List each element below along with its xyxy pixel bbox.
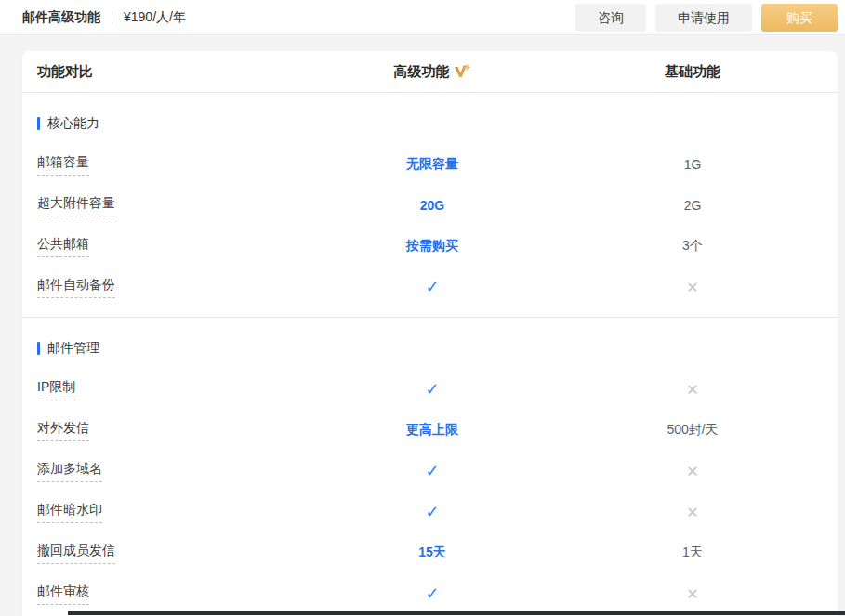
feature-label[interactable]: 邮件自动备份 <box>37 277 115 298</box>
feature-label[interactable]: 超大附件容量 <box>37 195 115 216</box>
premium-value[interactable]: 15天 <box>418 544 446 559</box>
cross-icon: ✕ <box>686 280 698 295</box>
table-row: 邮件自动备份 ✓ ✕ <box>22 267 838 308</box>
price-text: ¥190/人/年 <box>124 9 186 26</box>
feature-label[interactable]: 对外发信 <box>37 420 89 441</box>
table-row: 超大附件容量 20G 2G <box>22 185 838 226</box>
premium-column-header: 高级功能 <box>302 63 562 81</box>
section-title: 邮件管理 <box>47 340 99 357</box>
check-icon: ✓ <box>425 462 439 480</box>
section-header: 邮件管理 <box>22 328 838 369</box>
check-icon: ✓ <box>425 278 439 296</box>
sparkle-icon <box>454 63 471 79</box>
table-header-row: 功能对比 高级功能 基础功能 <box>22 51 838 93</box>
basic-value: 3个 <box>682 238 703 253</box>
cross-icon: ✕ <box>686 464 698 479</box>
buy-button[interactable]: 购买 <box>761 4 838 32</box>
feature-comparison-card: 功能对比 高级功能 基础功能 核心能 <box>22 51 838 616</box>
section-core-capabilities: 核心能力 邮箱容量 无限容量 1G 超大附件容量 20G 2G 公共邮箱 按需购… <box>22 93 838 317</box>
window-edge-artifact <box>68 611 845 615</box>
check-icon: ✓ <box>425 380 439 399</box>
section-marker-bar <box>37 117 40 130</box>
basic-column-header: 基础功能 <box>562 63 823 81</box>
table-row: 邮件暗水印 ✓ ✕ <box>22 491 838 532</box>
premium-value[interactable]: 更高上限 <box>406 422 458 437</box>
page-title: 邮件高级功能 <box>22 9 100 26</box>
basic-value: 2G <box>684 198 702 213</box>
feature-label[interactable]: 邮件暗水印 <box>37 502 102 523</box>
page-header: 邮件高级功能 ¥190/人/年 咨询 申请使用 购买 <box>0 0 845 35</box>
section-marker-bar <box>37 342 40 355</box>
feature-column-header: 功能对比 <box>37 63 302 81</box>
check-icon: ✓ <box>425 503 439 521</box>
premium-value[interactable]: 20G <box>420 198 444 213</box>
title-divider <box>112 11 112 24</box>
table-row: 对外发信 更高上限 500封/天 <box>22 410 838 451</box>
table-row: 撤回成员发信 15天 1天 <box>22 532 838 573</box>
feature-label[interactable]: 公共邮箱 <box>37 236 89 257</box>
table-row: 邮件审核 ✓ ✕ <box>22 573 838 614</box>
basic-value: 1天 <box>682 544 703 559</box>
consult-button[interactable]: 咨询 <box>575 4 646 32</box>
premium-value[interactable]: 无限容量 <box>406 156 458 171</box>
table-row: IP限制 ✓ ✕ <box>22 369 838 410</box>
basic-value: 1G <box>684 157 702 172</box>
section-header: 核心能力 <box>22 103 838 144</box>
apply-button[interactable]: 申请使用 <box>655 4 752 32</box>
feature-label[interactable]: 邮箱容量 <box>37 154 89 176</box>
section-mail-management: 邮件管理 IP限制 ✓ ✕ 对外发信 更高上限 500封/天 添加多域名 ✓ ✕… <box>22 317 838 616</box>
table-row: 邮箱容量 无限容量 1G <box>22 144 838 185</box>
premium-value[interactable]: 按需购买 <box>406 238 458 253</box>
table-row: 公共邮箱 按需购买 3个 <box>22 226 838 267</box>
feature-label[interactable]: 撤回成员发信 <box>37 543 115 564</box>
header-actions: 咨询 申请使用 购买 <box>575 4 838 32</box>
section-title: 核心能力 <box>47 115 99 132</box>
premium-column-label: 高级功能 <box>394 63 450 81</box>
feature-label[interactable]: IP限制 <box>37 379 75 400</box>
cross-icon: ✕ <box>686 586 698 602</box>
feature-label[interactable]: 邮件审核 <box>37 583 89 605</box>
feature-label[interactable]: 添加多域名 <box>37 461 102 482</box>
table-row: 添加多域名 ✓ ✕ <box>22 451 838 491</box>
basic-value: 500封/天 <box>667 422 718 437</box>
cross-icon: ✕ <box>686 505 698 520</box>
check-icon: ✓ <box>425 584 439 603</box>
cross-icon: ✕ <box>686 382 698 398</box>
